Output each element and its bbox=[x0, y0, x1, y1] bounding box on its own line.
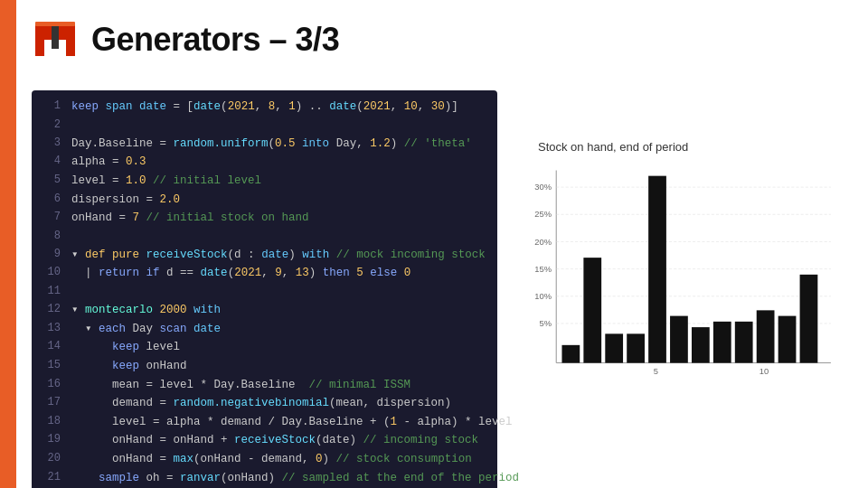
svg-text:25%: 25% bbox=[534, 210, 552, 219]
accent-bar bbox=[0, 0, 16, 488]
svg-rect-0 bbox=[35, 23, 44, 56]
svg-rect-29 bbox=[757, 310, 775, 362]
code-block: 1 keep span date = [date(2021, 8, 1) .. … bbox=[32, 90, 497, 488]
svg-text:5%: 5% bbox=[540, 319, 552, 328]
svg-rect-2 bbox=[52, 23, 59, 49]
svg-rect-26 bbox=[692, 327, 710, 363]
svg-rect-22 bbox=[605, 333, 623, 362]
svg-text:10: 10 bbox=[760, 367, 769, 376]
header: Generators – 3/3 bbox=[32, 16, 339, 63]
svg-text:20%: 20% bbox=[534, 238, 552, 247]
chart-area: Stock on hand, end of period 30% 25% 20%… bbox=[511, 140, 850, 402]
svg-rect-28 bbox=[735, 322, 753, 363]
chart-title: Stock on hand, end of period bbox=[538, 140, 850, 154]
svg-rect-25 bbox=[670, 316, 688, 363]
svg-text:15%: 15% bbox=[534, 265, 552, 274]
svg-text:10%: 10% bbox=[534, 292, 552, 301]
svg-rect-31 bbox=[800, 275, 818, 363]
svg-text:5: 5 bbox=[654, 367, 658, 376]
svg-rect-21 bbox=[583, 258, 601, 362]
svg-rect-20 bbox=[561, 345, 580, 363]
logo-icon bbox=[32, 16, 79, 63]
svg-rect-5 bbox=[35, 22, 75, 26]
svg-rect-30 bbox=[778, 316, 797, 363]
bar-chart: 30% 25% 20% 15% 10% 5% bbox=[511, 161, 850, 396]
chart-container: 30% 25% 20% 15% 10% 5% bbox=[511, 161, 850, 396]
svg-rect-4 bbox=[66, 23, 75, 56]
svg-rect-27 bbox=[713, 322, 731, 363]
svg-rect-23 bbox=[627, 333, 645, 362]
svg-rect-24 bbox=[648, 176, 666, 363]
page-title: Generators – 3/3 bbox=[91, 21, 339, 59]
svg-text:30%: 30% bbox=[534, 183, 552, 192]
